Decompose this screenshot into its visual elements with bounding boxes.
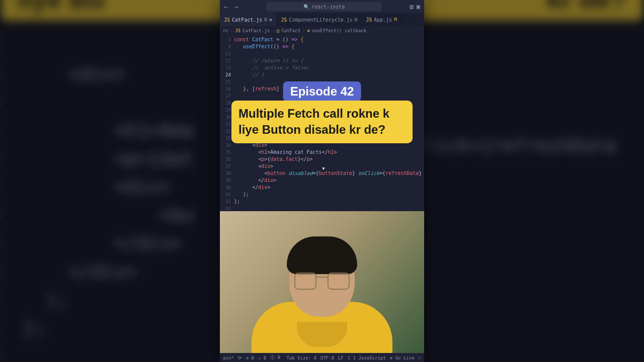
code-line[interactable]: </div> bbox=[234, 184, 424, 191]
nav-back-icon[interactable]: ← bbox=[224, 3, 228, 11]
tab-label: ComponentLifecycle.js bbox=[289, 17, 352, 23]
tab-label: App.js bbox=[374, 17, 392, 23]
search-text: react-insta bbox=[311, 4, 345, 10]
layout-split-icon[interactable]: ▣ bbox=[417, 3, 420, 10]
tab-status: M bbox=[394, 17, 396, 22]
code-line[interactable]: <button disabled={buttonState} onClick={… bbox=[234, 170, 424, 177]
line-number: 25 bbox=[220, 78, 231, 85]
line-number: 43 bbox=[220, 205, 231, 211]
presenter-hair bbox=[287, 236, 357, 274]
code-line[interactable]: useEffect(() => { bbox=[234, 43, 424, 50]
line-number: 31 bbox=[220, 121, 231, 128]
webcam-feed bbox=[220, 211, 424, 353]
window-toolbar: ← → 🔍 react-insta ▥ ▣ bbox=[220, 0, 424, 13]
line-number: 40 bbox=[220, 184, 231, 191]
status-item[interactable]: ✓ bbox=[419, 355, 421, 360]
line-number: 21 bbox=[220, 50, 231, 57]
breadcrumb-segment[interactable]: useEffect() callback bbox=[312, 28, 366, 33]
breadcrumb-icon: ⊕ bbox=[307, 28, 310, 33]
status-item[interactable]: ⊚ Go Live bbox=[390, 355, 415, 360]
code-line[interactable]: // return () => { bbox=[234, 57, 424, 64]
breadcrumb[interactable]: rc›JSCatFact.js›◫CatFact›⊕useEffect() ca… bbox=[220, 26, 424, 35]
status-bar: ain*⟳⊘ 0⚠ 0ⓘ 0 Tab Size: 4UTF-8LF{ } Jav… bbox=[220, 353, 424, 362]
code-line[interactable]: <p>{data.fact}</p> bbox=[234, 156, 424, 163]
tab-label: CatFact.js bbox=[232, 17, 262, 23]
tab-status: U bbox=[355, 17, 357, 22]
code-line[interactable]: ); bbox=[234, 191, 424, 198]
line-number: 33 bbox=[220, 135, 231, 142]
layout-panel-icon[interactable]: ▥ bbox=[410, 3, 414, 10]
code-line[interactable]: // active = false; bbox=[234, 64, 424, 71]
line-number: 24 bbox=[220, 71, 231, 78]
line-number: 9 bbox=[220, 43, 231, 50]
episode-badge: Episode 42 bbox=[283, 81, 361, 102]
close-icon[interactable]: × bbox=[269, 17, 273, 23]
line-number: 38 bbox=[220, 170, 231, 177]
line-number: 3 bbox=[220, 36, 231, 43]
status-item[interactable]: LF bbox=[338, 355, 344, 360]
question-banner: Multiple Fetch call rokne k liye Button … bbox=[231, 101, 413, 143]
js-file-icon: JS bbox=[366, 17, 372, 23]
code-line[interactable]: // } bbox=[234, 71, 424, 78]
line-number: 28 bbox=[220, 100, 231, 107]
tab-app-js[interactable]: JS App.js M bbox=[362, 13, 401, 26]
status-item[interactable]: ⚠ 0 bbox=[258, 355, 266, 360]
tab-status: U bbox=[264, 17, 267, 22]
js-file-icon: JS bbox=[224, 17, 230, 23]
line-number: 30 bbox=[220, 114, 231, 121]
search-input[interactable]: 🔍 react-insta bbox=[266, 2, 382, 11]
breadcrumb-icon: ◫ bbox=[277, 28, 279, 33]
line-number: 36 bbox=[220, 156, 231, 163]
line-number: 27 bbox=[220, 93, 231, 100]
line-number: 35 bbox=[220, 149, 231, 156]
line-number: 23 bbox=[220, 64, 231, 71]
nav-forward-icon[interactable]: → bbox=[234, 3, 238, 11]
status-item[interactable]: ain* bbox=[223, 355, 234, 360]
line-number: 34 bbox=[220, 142, 231, 149]
line-number: 22 bbox=[220, 57, 231, 64]
code-line[interactable]: </div> bbox=[234, 177, 424, 184]
code-line[interactable]: <h1>Amazing cat Facts</h1> bbox=[234, 149, 424, 156]
line-number: 41 bbox=[220, 191, 231, 198]
status-item[interactable]: UTF-8 bbox=[320, 355, 334, 360]
status-item[interactable]: { } JavaScript bbox=[348, 355, 386, 360]
breadcrumb-segment[interactable]: rc bbox=[223, 28, 228, 33]
search-icon: 🔍 bbox=[303, 4, 309, 10]
code-line[interactable] bbox=[234, 50, 424, 57]
line-number: 37 bbox=[220, 163, 231, 170]
code-line[interactable]: }; bbox=[234, 198, 424, 205]
line-number: 39 bbox=[220, 177, 231, 184]
line-number: 42 bbox=[220, 198, 231, 205]
code-line[interactable]: const CatFact = () => { bbox=[234, 36, 424, 43]
breadcrumb-segment[interactable]: CatFact bbox=[281, 28, 300, 33]
line-number: 29 bbox=[220, 107, 231, 114]
status-item[interactable]: ⟳ bbox=[238, 355, 242, 360]
status-item[interactable]: ⓘ 0 bbox=[270, 354, 280, 361]
editor-window: ← → 🔍 react-insta ▥ ▣ JS CatFact.js U ×J… bbox=[220, 0, 424, 362]
code-line[interactable] bbox=[234, 205, 424, 211]
breadcrumb-icon: JS bbox=[235, 28, 240, 33]
code-line[interactable]: <div> bbox=[234, 163, 424, 170]
tab-bar: JS CatFact.js U ×JS ComponentLifecycle.j… bbox=[220, 13, 424, 26]
js-file-icon: JS bbox=[281, 17, 287, 23]
status-item[interactable]: ⊘ 0 bbox=[246, 355, 254, 360]
tab-componentlifecycle-js[interactable]: JS ComponentLifecycle.js U bbox=[277, 13, 362, 26]
tab-catfact-js[interactable]: JS CatFact.js U × bbox=[220, 13, 277, 26]
glasses-icon bbox=[294, 273, 350, 290]
line-number: 26 bbox=[220, 85, 231, 93]
line-number: 32 bbox=[220, 128, 231, 135]
breadcrumb-segment[interactable]: CatFact.js bbox=[243, 28, 270, 33]
status-item[interactable]: Tab Size: 4 bbox=[286, 355, 316, 360]
